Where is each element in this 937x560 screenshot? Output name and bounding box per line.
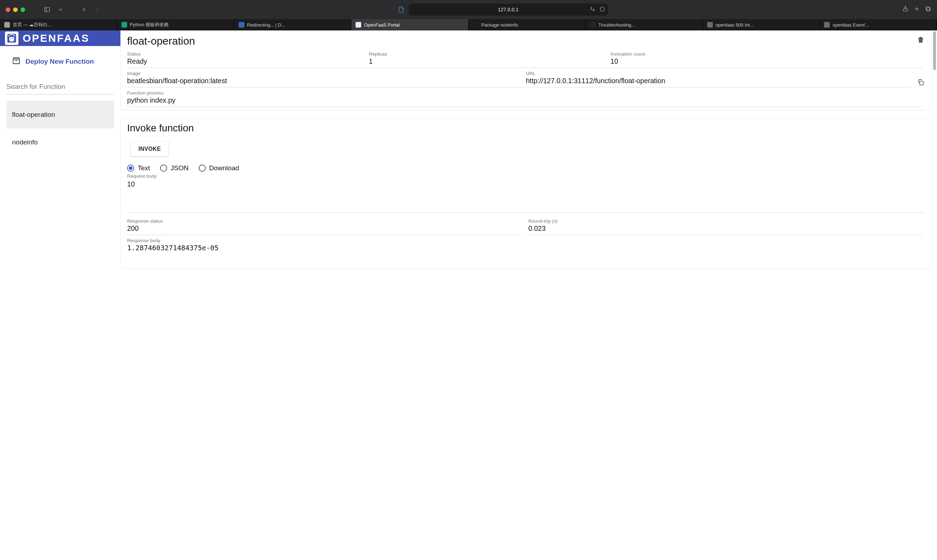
favicon-icon [122, 22, 127, 28]
browser-toolbar: 127.0.0.1 [0, 0, 937, 19]
brand-text: OPENFAAS [23, 32, 89, 44]
invoke-card: Invoke function INVOKE Text JSON Downloa… [120, 118, 931, 269]
search-input[interactable] [6, 81, 114, 94]
favicon-icon [824, 22, 830, 28]
browser-tab[interactable]: Redirecting... | D... [234, 19, 351, 31]
window-close-button[interactable] [6, 8, 10, 12]
field-invocations: Invocation count 10 [610, 51, 923, 68]
function-list: float-operationnodeinfo [0, 94, 120, 163]
tab-label: openfaas 500 Int... [716, 22, 754, 28]
favicon-icon [239, 22, 244, 28]
response-body-value: 1.2874603271484375e-05 [127, 243, 923, 253]
delete-function-button[interactable] [917, 35, 925, 46]
browser-tab[interactable]: openfaas Event'... [820, 19, 937, 31]
request-body-input[interactable] [127, 179, 925, 213]
process-label: Function process [127, 90, 923, 95]
favicon-icon [4, 22, 10, 28]
window-controls [3, 8, 29, 12]
field-round-trip: Round-trip (s) 0.023 [529, 218, 923, 235]
radio-dot-icon [127, 165, 134, 172]
favicon-icon [707, 22, 713, 28]
store-icon [12, 57, 20, 66]
field-url: URL http://127.0.0.1:31112/function/floa… [526, 70, 911, 88]
page-icon [397, 5, 406, 14]
copy-url-button[interactable] [917, 78, 925, 88]
svg-rect-6 [926, 7, 929, 10]
response-status-label: Response status [127, 218, 521, 224]
radio-dot-icon [199, 165, 206, 172]
tab-label: 首页 — ☁百特白... [13, 22, 51, 28]
browser-chrome: 127.0.0.1 首页 — ☁百特白...Python 模板和依赖Redire… [0, 0, 937, 31]
share-icon[interactable] [902, 6, 909, 14]
address-bar-wrap: 127.0.0.1 [106, 3, 899, 15]
tabs-overview-icon[interactable] [925, 6, 931, 14]
status-label: Status [127, 51, 367, 57]
svg-rect-5 [927, 8, 930, 11]
replicas-value: 1 [368, 57, 608, 66]
favicon-icon [356, 22, 361, 28]
status-value: Ready [127, 57, 367, 66]
browser-tab[interactable]: OpenFaaS Portal [351, 19, 468, 31]
radio-text-label: Text [138, 164, 150, 172]
radio-download-label: Download [209, 164, 239, 172]
favicon-icon [473, 22, 478, 28]
function-list-item[interactable]: nodeinfo [6, 129, 114, 156]
tab-label: openfaas Event'... [832, 22, 869, 28]
nav-back-button[interactable] [79, 5, 89, 14]
brand-logo-icon [5, 31, 18, 45]
chevron-down-icon[interactable] [55, 5, 66, 14]
svg-rect-11 [920, 81, 923, 85]
address-bar[interactable]: 127.0.0.1 [408, 3, 608, 15]
round-trip-value: 0.023 [529, 224, 923, 233]
browser-tab[interactable]: Python 模板和依赖 [117, 19, 234, 31]
tab-label: Troubleshooting... [598, 22, 635, 28]
url-value: http://127.0.0.1:31112/function/float-op… [526, 76, 911, 86]
response-body-label: Response body [127, 238, 923, 243]
window-zoom-button[interactable] [20, 8, 25, 12]
url-label: URL [526, 71, 911, 76]
translate-icon[interactable] [590, 6, 595, 13]
function-title: float-operation [127, 35, 195, 47]
window-minimize-button[interactable] [13, 8, 18, 12]
page-scrollbar[interactable] [932, 31, 937, 560]
sidebar-toggle-icon[interactable] [42, 5, 52, 14]
function-info-card: float-operation Status Ready Replicas 1 [120, 31, 931, 110]
svg-point-9 [12, 38, 13, 39]
request-body-label: Request body [127, 174, 925, 179]
content-type-radios: Text JSON Download [121, 158, 931, 172]
nav-forward-button[interactable] [92, 5, 102, 14]
page: OPENFAAS Deploy New Function float-opera… [0, 31, 937, 560]
browser-tab[interactable]: Package nodeinfo [468, 19, 586, 31]
reload-icon[interactable] [599, 6, 605, 13]
field-image: Image beatlesbian/float-operation:latest [127, 70, 524, 88]
deploy-label: Deploy New Function [26, 58, 94, 66]
tab-strip: 首页 — ☁百特白...Python 模板和依赖Redirecting... |… [0, 19, 937, 31]
svg-rect-10 [13, 59, 20, 64]
new-tab-icon[interactable] [914, 6, 920, 14]
main-content: float-operation Status Ready Replicas 1 [120, 31, 937, 560]
radio-download[interactable]: Download [199, 164, 239, 172]
field-process: Function process python index.py [127, 89, 923, 107]
function-list-item[interactable]: float-operation [6, 101, 114, 129]
invoke-button[interactable]: INVOKE [131, 142, 168, 157]
toolbar-right [902, 6, 934, 14]
invoke-title: Invoke function [121, 118, 931, 138]
browser-tab[interactable]: 首页 — ☁百特白... [0, 19, 117, 31]
deploy-new-function-button[interactable]: Deploy New Function [0, 46, 120, 74]
browser-tab[interactable]: Troubleshooting... [586, 19, 703, 31]
radio-json[interactable]: JSON [160, 164, 189, 172]
radio-text[interactable]: Text [127, 164, 150, 172]
radio-json-label: JSON [171, 164, 189, 172]
field-response-body: Response body 1.2874603271484375e-05 [127, 237, 923, 254]
svg-point-8 [10, 38, 11, 39]
invocations-label: Invocation count [610, 51, 923, 57]
invocations-value: 10 [610, 57, 923, 66]
round-trip-label: Round-trip (s) [529, 218, 923, 224]
radio-dot-icon [160, 165, 167, 172]
browser-tab[interactable]: openfaas 500 Int... [703, 19, 820, 31]
sidebar: OPENFAAS Deploy New Function float-opera… [0, 31, 120, 560]
tab-label: Python 模板和依赖 [130, 22, 168, 28]
field-status: Status Ready [127, 51, 367, 68]
brand-bar: OPENFAAS [0, 31, 120, 46]
tab-label: Package nodeinfo [481, 22, 518, 28]
